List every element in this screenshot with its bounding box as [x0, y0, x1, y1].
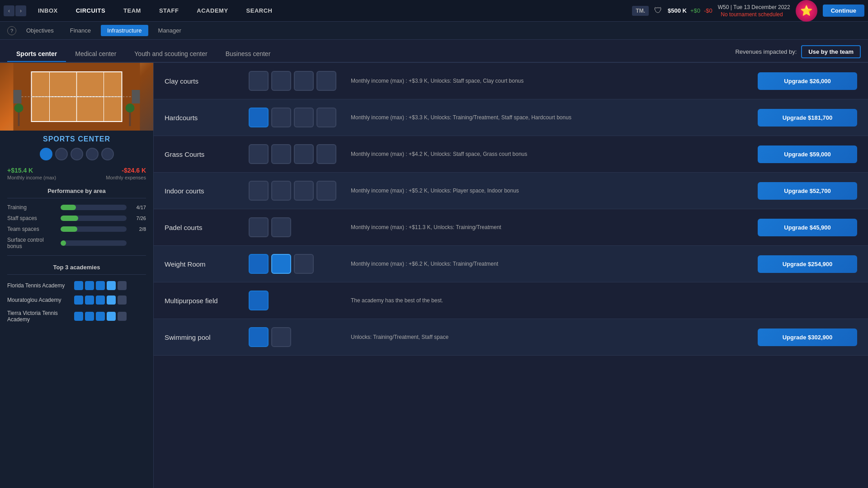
nav-item-circuits[interactable]: CIRCUITS [68, 5, 113, 17]
academy-row-3: Tierra Victoria Tennis Academy [0, 307, 153, 325]
upgrade-padel-button[interactable]: Upgrade $45,900 [758, 219, 857, 236]
perf-staff-spaces: Staff spaces 7/26 [0, 213, 153, 224]
hard-slot-2 [271, 108, 291, 127]
indoor-slot-2 [271, 181, 291, 201]
grass-slot-2 [271, 144, 291, 164]
perf-surface-bar [61, 240, 127, 246]
sports-center-image [0, 63, 153, 131]
upgrade-hard-button[interactable]: Upgrade $181,700 [758, 109, 857, 127]
continue-button[interactable]: Continue [823, 5, 864, 17]
sub-nav: ? Objectives Finance Infrastructure Mana… [0, 22, 868, 40]
sports-center-title: SPORTS CENTER [0, 131, 153, 146]
nav-arrows: ‹ › [4, 5, 26, 16]
facility-padel-desc: Monthly income (max) : +$11.3 K, Unlocks… [351, 224, 750, 231]
upgrade-indoor-button[interactable]: Upgrade $52,700 [758, 182, 857, 200]
svg-point-10 [14, 103, 24, 113]
academy-3-name: Tierra Victoria Tennis Academy [7, 310, 71, 323]
weight-slot-3 [294, 254, 314, 274]
income-label: Monthly income (max) [7, 175, 56, 180]
dot-1-4 [107, 281, 116, 290]
top3-title: Top 3 academies [0, 259, 153, 274]
star-5 [101, 148, 114, 160]
facility-clay-desc: Monthly income (max) : +$3.9 K, Unlocks:… [351, 77, 750, 85]
dot-2-4 [107, 296, 116, 305]
tab-sports-center[interactable]: Sports center [7, 47, 66, 62]
dot-3-3 [96, 312, 105, 321]
nav-item-staff[interactable]: STAFF [151, 5, 187, 17]
clay-slot-1 [249, 71, 269, 91]
nav-forward-button[interactable]: › [15, 5, 26, 16]
subnav-finance[interactable]: Finance [64, 25, 97, 36]
upgrade-clay-button[interactable]: Upgrade $26,000 [758, 72, 857, 90]
perf-training-bar [61, 205, 127, 210]
tab-medical-center[interactable]: Medical center [66, 47, 125, 62]
perf-training-label: Training [7, 204, 57, 211]
facility-padel-slots [249, 217, 344, 237]
facility-swimming-pool: Swimming pool Unlocks: Training/Treatmen… [154, 319, 868, 356]
facility-grass-desc: Monthly income (max) : +$4.2 K, Unlocks:… [351, 150, 750, 158]
top3-divider [7, 274, 146, 275]
revenue-label: Revenues impacted by: Use by the team [735, 45, 861, 62]
facility-hard-slots [249, 108, 344, 127]
academy-3-dots [74, 312, 127, 321]
facility-grass-name: Grass Courts [165, 150, 241, 158]
nav-item-team[interactable]: TEAM [115, 5, 149, 17]
monthly-expenses-value: -$24.6 K [106, 167, 146, 174]
facility-padel-courts: Padel courts Monthly income (max) : +$11… [154, 209, 868, 246]
performance-title: Performance by area [0, 183, 153, 198]
hard-slot-3 [294, 108, 314, 127]
nav-back-button[interactable]: ‹ [4, 5, 14, 16]
dot-1-3 [96, 281, 105, 290]
perf-team-value: 2/8 [130, 226, 146, 232]
swim-slot-2 [271, 327, 291, 347]
hard-slot-1 [249, 108, 269, 127]
use-by-team-button[interactable]: Use by the team [801, 45, 861, 58]
dot-3-5 [118, 312, 127, 321]
nav-right: TM. 🛡 $500 K +$0 -$0 W50 | Tue 13 Decemb… [632, 0, 864, 22]
facility-clay-name: Clay courts [165, 77, 241, 85]
money-negative: -$0 [704, 7, 712, 14]
expenses-section: -$24.6 K Monthly expenses [106, 167, 146, 180]
facilities-list: Clay courts Monthly income (max) : +$3.9… [154, 63, 868, 488]
performance-divider [7, 198, 146, 198]
indoor-slot-4 [316, 181, 336, 201]
indoor-slot-1 [249, 181, 269, 201]
star-4 [86, 148, 99, 160]
help-icon[interactable]: ? [7, 26, 16, 35]
facility-hard-desc: Monthly income (max) : +$3.3 K, Unlocks:… [351, 114, 750, 122]
upgrade-swim-button[interactable]: Upgrade $302,900 [758, 328, 857, 346]
nav-item-inbox[interactable]: INBOX [30, 5, 66, 17]
star-2 [55, 148, 68, 160]
tab-business-center[interactable]: Business center [217, 47, 280, 62]
tm-badge: TM. [632, 6, 649, 16]
weight-slot-1 [249, 254, 269, 274]
facility-hardcourts: Hardcourts Monthly income (max) : +$3.3 … [154, 99, 868, 136]
money-display: $500 K +$0 -$0 [668, 7, 712, 14]
perf-training-fill [61, 205, 76, 210]
nav-item-search[interactable]: SEARCH [238, 5, 281, 17]
facility-indoor-name: Indoor courts [165, 187, 241, 195]
dot-2-3 [96, 296, 105, 305]
financials-row: +$15.4 K Monthly income (max) -$24.6 K M… [0, 164, 153, 183]
facility-grass-courts: Grass Courts Monthly income (max) : +$4.… [154, 136, 868, 173]
perf-staff-bar [61, 216, 127, 221]
tab-youth-scouting[interactable]: Youth and scouting center [125, 47, 216, 62]
perf-surface-label: Surface control bonus [7, 237, 57, 249]
clay-slot-4 [316, 71, 336, 91]
facility-weight-room: Weight Room Monthly income (max) : +$6.2… [154, 246, 868, 282]
subnav-objectives[interactable]: Objectives [20, 25, 60, 36]
expenses-label: Monthly expenses [106, 175, 146, 180]
perf-staff-fill [61, 216, 78, 221]
academy-2-dots [74, 296, 127, 305]
upgrade-grass-button[interactable]: Upgrade $59,000 [758, 145, 857, 163]
subnav-infrastructure[interactable]: Infrastructure [101, 25, 148, 36]
subnav-manager[interactable]: Manager [152, 25, 188, 36]
facility-weight-desc: Monthly income (max) : +$6.2 K, Unlocks:… [351, 260, 750, 268]
stars-row [0, 146, 153, 164]
perf-staff-label: Staff spaces [7, 215, 57, 221]
facility-grass-slots [249, 144, 344, 164]
svg-rect-7 [132, 90, 140, 103]
nav-item-academy[interactable]: ACADEMY [189, 5, 236, 17]
upgrade-weight-button[interactable]: Upgrade $254,900 [758, 255, 857, 273]
star-1 [40, 148, 52, 160]
